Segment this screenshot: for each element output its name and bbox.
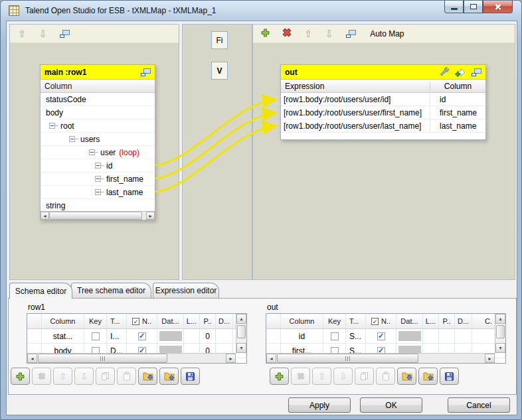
minimize-panel-icon[interactable] xyxy=(346,30,356,38)
input-tree-table: main :row1 Column statusCode body root u… xyxy=(40,64,155,220)
apply-button[interactable]: Apply xyxy=(288,397,351,413)
collapse-icon[interactable] xyxy=(95,176,101,182)
filter-button[interactable]: Fi xyxy=(211,31,228,49)
wrench-settings-icon[interactable] xyxy=(439,67,449,77)
column-cell[interactable]: last_name xyxy=(430,119,485,132)
move-down-icon[interactable]: ⇩ xyxy=(325,29,334,38)
tree-row-string[interactable]: string xyxy=(41,199,155,212)
output-row-last-name[interactable]: [row1.body:/root/users/user/last_name] l… xyxy=(281,119,485,133)
collapse-icon[interactable] xyxy=(95,163,101,169)
export-schema-button[interactable] xyxy=(159,368,179,385)
schema-row[interactable]: stat... ✓ I... ✓ 0 xyxy=(27,329,246,344)
output-row-id[interactable]: [row1.body:/root/users/user/id] id xyxy=(281,93,485,106)
tree-row-body[interactable]: body xyxy=(41,106,155,119)
add-row-button[interactable] xyxy=(270,368,289,385)
collapse-icon[interactable] xyxy=(95,189,101,195)
date-pattern-cell[interactable] xyxy=(398,331,421,341)
input-table-header[interactable]: main :row1 xyxy=(41,65,155,80)
minimize-panel-icon[interactable] xyxy=(60,30,70,38)
scroll-right-icon[interactable]: ▸ xyxy=(485,354,495,363)
auto-map-button[interactable]: Auto Map xyxy=(370,29,404,38)
tab-schema-editor[interactable]: Schema editor xyxy=(9,283,72,299)
save-schema-button[interactable] xyxy=(440,368,459,385)
move-up-icon[interactable]: ⇧ xyxy=(304,29,313,38)
minimize-table-icon[interactable] xyxy=(472,68,481,76)
collapse-icon[interactable] xyxy=(49,123,55,129)
scroll-down-icon[interactable]: ▾ xyxy=(236,343,246,353)
move-up-icon[interactable]: ⇧ xyxy=(18,29,27,38)
scrollbar-thumb[interactable] xyxy=(237,325,246,338)
tree-row-root[interactable]: root xyxy=(41,119,155,133)
scroll-right-icon[interactable]: ▸ xyxy=(146,212,155,220)
expression-cell[interactable]: [row1.body:/root/users/user/last_name] xyxy=(281,121,430,131)
expression-header: Expression xyxy=(281,82,430,91)
scroll-left-icon[interactable]: ◂ xyxy=(41,212,49,220)
date-pattern-cell[interactable] xyxy=(159,331,182,341)
tree-row-id[interactable]: id xyxy=(41,159,155,173)
key-checkbox[interactable]: ✓ xyxy=(331,332,339,340)
save-schema-button[interactable] xyxy=(181,368,200,385)
output-table-header[interactable]: out xyxy=(281,65,485,80)
var-panel: Fi V xyxy=(182,24,252,280)
column-cell[interactable]: first_name xyxy=(430,106,485,119)
input-horizontal-scrollbar[interactable]: ◂ ▸ xyxy=(41,211,155,220)
maximize-button[interactable] xyxy=(464,1,483,13)
output-row-first-name[interactable]: [row1.body:/root/users/user/first_name] … xyxy=(281,106,485,119)
schema-header-row: Column Key T... ✓N.. Dat... L... P.. D..… xyxy=(27,314,246,329)
paste-button xyxy=(117,368,136,385)
remove-output-icon[interactable] xyxy=(282,28,292,40)
tree-row-statuscode[interactable]: statusCode xyxy=(41,93,155,106)
key-checkbox[interactable]: ✓ xyxy=(92,332,100,340)
scroll-left-icon[interactable]: ◂ xyxy=(27,354,37,363)
import-schema-button[interactable] xyxy=(138,368,157,385)
remove-row-button xyxy=(291,368,310,385)
collapse-icon[interactable] xyxy=(89,149,95,155)
var-button[interactable]: V xyxy=(211,62,228,80)
title-bar[interactable]: Talend Open Studio for ESB - tXMLMap - t… xyxy=(1,1,521,21)
schema-row[interactable]: id ✓ S... ✓ xyxy=(266,329,505,344)
remove-row-button xyxy=(32,368,51,385)
column-cell[interactable]: id xyxy=(430,93,485,105)
tab-expression-editor[interactable]: Expression editor xyxy=(153,283,219,298)
scroll-down-icon[interactable]: ▾ xyxy=(495,343,505,353)
add-output-icon[interactable] xyxy=(261,28,270,40)
tree-row-users[interactable]: users xyxy=(41,133,155,146)
loop-badge: (loop) xyxy=(119,148,139,157)
scrollbar-thumb[interactable] xyxy=(38,354,167,363)
paste-button xyxy=(376,368,395,385)
horizontal-scrollbar[interactable]: ◂ ▸ xyxy=(27,353,236,363)
vertical-scrollbar[interactable]: ▴ ▾ xyxy=(236,314,246,353)
scroll-up-icon[interactable]: ▴ xyxy=(495,314,505,324)
select-all-checkbox[interactable]: ✓ xyxy=(132,318,139,325)
vertical-scrollbar[interactable]: ▴ ▾ xyxy=(495,314,505,353)
import-schema-button[interactable] xyxy=(397,368,416,385)
ok-button[interactable]: OK xyxy=(360,397,422,413)
tab-tree-schema-editor[interactable]: Tree schema editor xyxy=(71,283,151,298)
scroll-left-icon[interactable]: ◂ xyxy=(266,354,276,363)
add-row-button[interactable] xyxy=(11,368,30,385)
close-button[interactable] xyxy=(483,1,513,13)
nullable-checkbox[interactable]: ✓ xyxy=(138,332,146,340)
minimize-table-icon[interactable] xyxy=(141,68,151,76)
export-schema-button[interactable] xyxy=(418,368,438,385)
scrollbar-thumb[interactable] xyxy=(496,325,505,338)
tree-row-first-name[interactable]: first_name xyxy=(41,173,155,186)
horizontal-scrollbar[interactable]: ◂ ▸ xyxy=(266,353,495,363)
expression-cell[interactable]: [row1.body:/root/users/user/first_name] xyxy=(281,108,430,117)
add-column-icon[interactable] xyxy=(455,68,466,77)
close-icon xyxy=(494,3,502,11)
scroll-right-icon[interactable]: ▸ xyxy=(226,354,236,363)
select-all-checkbox[interactable]: ✓ xyxy=(371,318,379,325)
collapse-icon[interactable] xyxy=(69,136,75,142)
move-down-icon[interactable]: ⇩ xyxy=(39,29,48,38)
scrollbar-thumb[interactable] xyxy=(277,354,418,363)
nullable-checkbox[interactable]: ✓ xyxy=(377,332,385,340)
tree-row-last-name[interactable]: last_name xyxy=(41,186,155,199)
dialog-content: ⇧ ⇩ Fi V ⇧ ⇩ Auto Map main :row1 xyxy=(6,21,517,415)
scroll-up-icon[interactable]: ▴ xyxy=(236,314,246,324)
minimize-button[interactable] xyxy=(444,1,464,13)
cancel-button[interactable]: Cancel xyxy=(448,397,510,413)
tree-row-user[interactable]: user(loop) xyxy=(41,146,155,159)
scrollbar-thumb[interactable] xyxy=(49,212,142,220)
expression-cell[interactable]: [row1.body:/root/users/user/id] xyxy=(281,95,430,104)
